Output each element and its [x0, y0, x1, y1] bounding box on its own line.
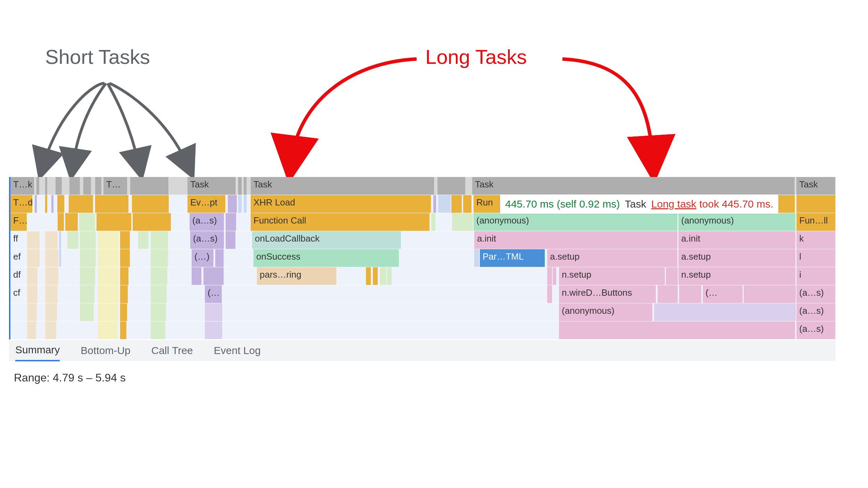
task-cell[interactable]: T…k — [10, 177, 35, 195]
flame-row: F…l (a…s) Function Call (anonymous) (ano… — [10, 213, 835, 231]
task-micro[interactable] — [69, 177, 80, 195]
frame-micro — [80, 285, 94, 303]
frame-micro — [744, 285, 796, 303]
tooltip-label: Task — [625, 198, 646, 210]
frame-micro — [57, 195, 64, 213]
task-cell[interactable]: Task — [796, 177, 835, 195]
frame-micro — [45, 303, 57, 321]
frame-cell[interactable]: n.wireD…Buttons — [559, 285, 656, 303]
frame-micro — [45, 285, 58, 303]
frame-cell[interactable]: Par…TML — [480, 249, 545, 267]
task-micro[interactable] — [95, 177, 101, 195]
frame-cell[interactable] — [796, 195, 835, 213]
frame-cell[interactable]: l — [796, 249, 835, 267]
frame-cell[interactable]: (anonymous) — [474, 213, 678, 231]
frame-cell[interactable]: a.setup — [547, 249, 678, 267]
annotation-short-tasks: Short Tasks — [45, 45, 150, 68]
frame-micro — [97, 213, 131, 231]
frame-cell[interactable]: (… — [703, 285, 743, 303]
frame-cell[interactable]: (a…s) — [190, 213, 224, 231]
flame-row: ef (…) onSuccess Par…TML a.setup a.setup… — [10, 249, 835, 267]
frame-cell[interactable]: ef — [10, 249, 26, 267]
frame-micro — [654, 303, 796, 321]
frame-cell[interactable]: (a…s) — [796, 285, 835, 303]
frame-cell[interactable]: T…d — [10, 195, 33, 213]
frame-cell[interactable]: Fun…ll — [796, 213, 835, 231]
frame-cell[interactable]: n.setup — [559, 267, 665, 285]
frame-micro — [438, 195, 451, 213]
frame-micro — [205, 303, 222, 321]
task-micro[interactable] — [244, 177, 247, 195]
frame-cell[interactable]: a.init — [474, 231, 678, 249]
flame-row: (a…s) — [10, 321, 835, 339]
task-micro[interactable] — [56, 177, 62, 195]
tab-call-tree[interactable]: Call Tree — [151, 340, 193, 361]
frame-cell[interactable]: Function Call — [251, 213, 430, 231]
task-micro[interactable] — [36, 177, 39, 195]
frame-micro — [27, 249, 40, 267]
tooltip-link[interactable]: Long task — [651, 198, 696, 210]
task-cell-long[interactable]: Task — [472, 177, 795, 195]
frame-micro — [133, 213, 171, 231]
frame-micro — [35, 195, 37, 213]
frame-cell[interactable]: (anonymous) — [559, 303, 653, 321]
task-micro[interactable] — [83, 177, 91, 195]
frame-cell[interactable]: i — [796, 267, 835, 285]
frame-cell[interactable]: XHR Load — [251, 195, 431, 213]
task-micro[interactable] — [238, 177, 242, 195]
frame-micro — [205, 321, 222, 339]
task-tooltip: 445.70 ms (self 0.92 ms) Task Long task … — [500, 194, 778, 214]
flame-row: (anonymous) (a…s) — [10, 303, 835, 321]
frame-cell[interactable]: onLoadCallback — [252, 231, 401, 249]
frame-cell[interactable]: n.setup — [678, 267, 796, 285]
frame-micro — [95, 195, 128, 213]
frame-micro — [80, 231, 96, 249]
frame-cell[interactable]: (a…s) — [796, 321, 835, 339]
frame-cell[interactable]: a.init — [678, 231, 796, 249]
frame-cell[interactable]: (a…s) — [190, 231, 224, 249]
frame-micro — [67, 231, 78, 249]
frame-cell[interactable]: cf — [10, 285, 26, 303]
frame-cell[interactable]: (… — [205, 285, 222, 303]
frame-cell[interactable]: (anonymous) — [678, 213, 796, 231]
frame-micro — [431, 213, 435, 231]
frame-micro — [120, 249, 130, 267]
tab-summary[interactable]: Summary — [15, 340, 60, 361]
frame-cell[interactable]: df — [10, 267, 26, 285]
frame-micro — [98, 303, 118, 321]
frame-micro — [120, 321, 126, 339]
frame-cell[interactable]: (…) — [192, 249, 214, 267]
tab-event-log[interactable]: Event Log — [214, 340, 261, 361]
flame-row: ff (a…s) onLoadCallback a.init a.init k — [10, 231, 835, 249]
frame-cell[interactable]: (a…s) — [796, 303, 835, 321]
task-cell-long[interactable]: Task — [251, 177, 435, 195]
task-micro[interactable] — [130, 177, 168, 195]
frame-micro — [65, 213, 78, 231]
frame-cell[interactable]: k — [796, 231, 835, 249]
frame-micro — [452, 213, 473, 231]
task-cell[interactable]: Task — [187, 177, 236, 195]
details-tabs: Summary Bottom-Up Call Tree Event Log — [9, 340, 835, 361]
frame-micro — [366, 267, 371, 285]
frame-micro — [203, 267, 224, 285]
frame-micro — [45, 321, 56, 339]
frame-micro — [380, 267, 386, 285]
frame-cell[interactable]: pars…ring — [257, 267, 337, 285]
frame-cell[interactable]: Ev…pt — [187, 195, 226, 213]
frame-cell[interactable]: F…l — [10, 213, 27, 231]
frame-micro — [45, 249, 58, 267]
task-micro[interactable] — [437, 177, 465, 195]
task-micro[interactable] — [45, 177, 47, 195]
frame-cell[interactable]: ff — [10, 231, 26, 249]
frame-cell[interactable]: onSuccess — [253, 249, 399, 267]
frame-micro — [151, 249, 168, 267]
frame-micro — [244, 195, 247, 213]
tab-bottom-up[interactable]: Bottom-Up — [81, 340, 130, 361]
frame-micro — [98, 249, 119, 267]
frame-cell[interactable]: a.setup — [678, 249, 796, 267]
task-cell[interactable]: T… — [103, 177, 128, 195]
tooltip-warning: Long task took 445.70 ms. — [651, 198, 774, 210]
tooltip-timing: 445.70 ms (self 0.92 ms) — [505, 198, 620, 210]
frame-micro — [45, 231, 58, 249]
frame-micro — [69, 195, 93, 213]
